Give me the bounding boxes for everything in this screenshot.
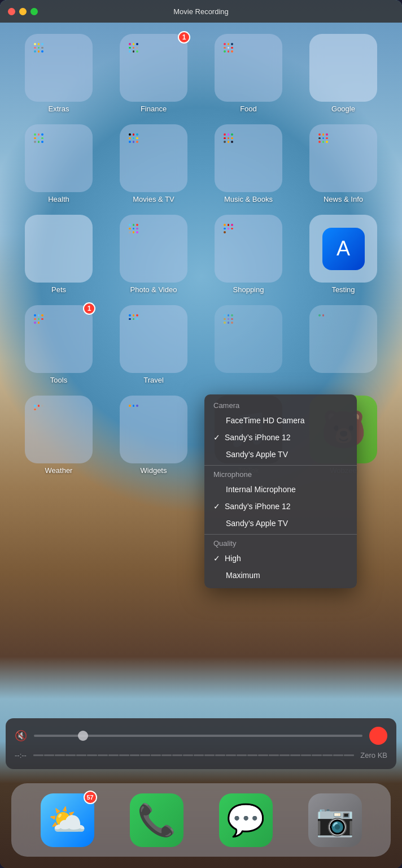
folder-widgets-label: Widgets bbox=[141, 466, 167, 475]
menu-item-sandys-iphone-mic[interactable]: Sandy’s iPhone 12 bbox=[204, 498, 357, 515]
file-size: Zero KB bbox=[360, 751, 387, 760]
volume-thumb bbox=[78, 731, 88, 741]
tools-badge: 1 bbox=[83, 302, 95, 315]
folder-google-label: Google bbox=[331, 105, 355, 113]
appstore-icon: A bbox=[322, 228, 365, 270]
quality-section-header: Quality bbox=[204, 537, 357, 550]
folder-news-info-label: News & Info bbox=[324, 195, 363, 203]
volume-track[interactable] bbox=[34, 735, 362, 737]
dock: 57 ⛅ 📞 💬 📷 bbox=[11, 783, 391, 857]
folder-tools-label: Tools bbox=[50, 376, 67, 384]
menu-item-sandys-appletv-camera[interactable]: Sandy’s Apple TV bbox=[204, 446, 357, 463]
folder-extras-label: Extras bbox=[49, 105, 69, 113]
dock-app-phone[interactable]: 📞 bbox=[130, 793, 183, 847]
folder-health[interactable]: Health bbox=[18, 124, 100, 203]
folder-shopping-label: Shopping bbox=[233, 285, 264, 294]
app-row-1: Extras 1 Finance bbox=[11, 34, 391, 113]
camera-section-header: Camera bbox=[204, 399, 357, 412]
app-row-2: Health Movies & TV bbox=[11, 124, 391, 203]
controls-bottom: --:-- bbox=[15, 749, 387, 761]
folder-testing[interactable]: A Testing bbox=[303, 215, 384, 294]
divider-2 bbox=[204, 534, 357, 535]
record-button[interactable] bbox=[369, 727, 387, 745]
dropdown-menu: Camera FaceTime HD Camera Sandy’s iPhone… bbox=[204, 394, 357, 588]
close-button[interactable] bbox=[8, 8, 15, 15]
folder-finance[interactable]: 1 Finance bbox=[113, 34, 195, 113]
audio-bars bbox=[33, 749, 353, 761]
folder-weather[interactable]: Weather bbox=[18, 396, 100, 475]
folder-music-books-label: Music & Books bbox=[224, 195, 273, 203]
folder-shopping[interactable]: Shopping bbox=[208, 215, 290, 294]
divider-1 bbox=[204, 465, 357, 466]
dock-app-camera[interactable]: 📷 bbox=[308, 793, 362, 847]
dock-app-weather[interactable]: 57 ⛅ bbox=[41, 793, 94, 847]
title-bar: Movie Recording bbox=[0, 0, 402, 23]
traffic-lights bbox=[8, 8, 38, 15]
controls-top: 🔇 bbox=[15, 727, 387, 745]
folder-row4-4[interactable] bbox=[303, 305, 384, 384]
app-row-3: Pets Photo & Video bbox=[11, 215, 391, 294]
folder-food-label: Food bbox=[240, 105, 257, 113]
folder-travel-label: Travel bbox=[143, 376, 164, 384]
menu-item-quality-high[interactable]: High bbox=[204, 550, 357, 567]
weather-dock-badge: 57 bbox=[84, 791, 97, 804]
folder-extras[interactable]: Extras bbox=[18, 34, 100, 113]
folder-movies-tv[interactable]: Movies & TV bbox=[113, 124, 195, 203]
folder-news-info[interactable]: News & Info bbox=[303, 124, 384, 203]
menu-item-facetime-hd[interactable]: FaceTime HD Camera bbox=[204, 412, 357, 429]
folder-music-books[interactable]: Music & Books bbox=[208, 124, 290, 203]
iphone-screen: Extras 1 Finance bbox=[0, 23, 402, 868]
finance-badge: 1 bbox=[178, 31, 190, 44]
folder-widgets[interactable]: Widgets bbox=[113, 396, 195, 475]
minimize-button[interactable] bbox=[19, 8, 27, 15]
app-row-4: 1 Tools Travel bbox=[11, 305, 391, 384]
mute-icon[interactable]: 🔇 bbox=[15, 730, 27, 742]
folder-health-label: Health bbox=[48, 195, 69, 203]
folder-tools[interactable]: 1 Tools bbox=[18, 305, 100, 384]
folder-testing-label: Testing bbox=[331, 285, 355, 294]
maximize-button[interactable] bbox=[30, 8, 38, 15]
control-bar: 🔇 --:-- bbox=[6, 718, 396, 769]
folder-pets-label: Pets bbox=[51, 285, 66, 294]
folder-pets[interactable]: Pets bbox=[18, 215, 100, 294]
menu-item-internal-mic[interactable]: Internal Microphone bbox=[204, 481, 357, 498]
microphone-section-header: Microphone bbox=[204, 468, 357, 481]
window-title: Movie Recording bbox=[173, 7, 229, 16]
folder-row4-3[interactable] bbox=[208, 305, 290, 384]
menu-item-sandys-appletv-mic[interactable]: Sandy’s Apple TV bbox=[204, 515, 357, 532]
folder-travel[interactable]: Travel bbox=[113, 305, 195, 384]
folder-movies-tv-label: Movies & TV bbox=[133, 195, 174, 203]
folder-photo-video-label: Photo & Video bbox=[130, 285, 177, 294]
folder-weather-label: Weather bbox=[45, 466, 73, 475]
folder-finance-label: Finance bbox=[141, 105, 167, 113]
menu-item-sandys-iphone-camera[interactable]: Sandy’s iPhone 12 bbox=[204, 429, 357, 446]
menu-item-quality-maximum[interactable]: Maximum bbox=[204, 567, 357, 584]
time-display: --:-- bbox=[15, 751, 27, 760]
dock-app-messages[interactable]: 💬 bbox=[219, 793, 273, 847]
folder-food[interactable]: Food bbox=[208, 34, 290, 113]
folder-photo-video[interactable]: Photo & Video bbox=[113, 215, 195, 294]
main-window: Movie Recording Extras bbox=[0, 0, 402, 868]
folder-google[interactable]: Google bbox=[303, 34, 384, 113]
